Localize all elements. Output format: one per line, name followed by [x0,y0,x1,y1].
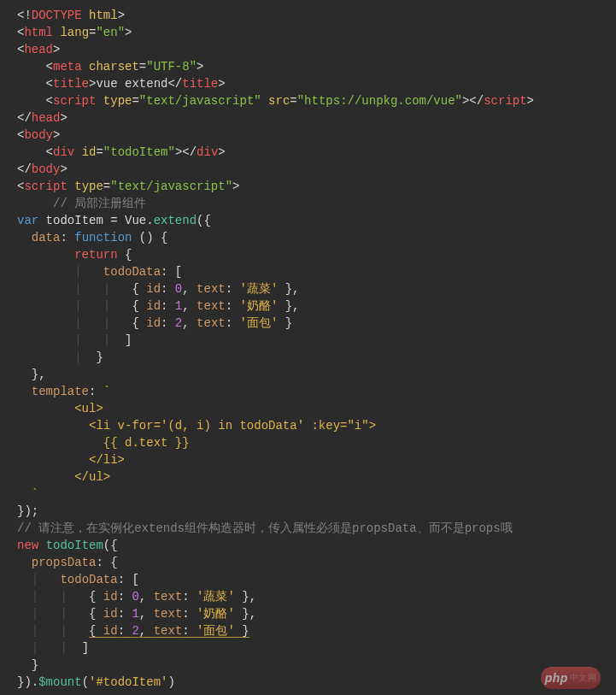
watermark-badge: php 中文网 [541,667,601,689]
watermark-sub: 中文网 [570,669,597,686]
code-block: <!DOCTYPE html> <html lang="en"> <head> … [17,7,607,691]
code-editor-viewport: <!DOCTYPE html> <html lang="en"> <head> … [0,0,616,695]
watermark-main: php [545,669,568,686]
